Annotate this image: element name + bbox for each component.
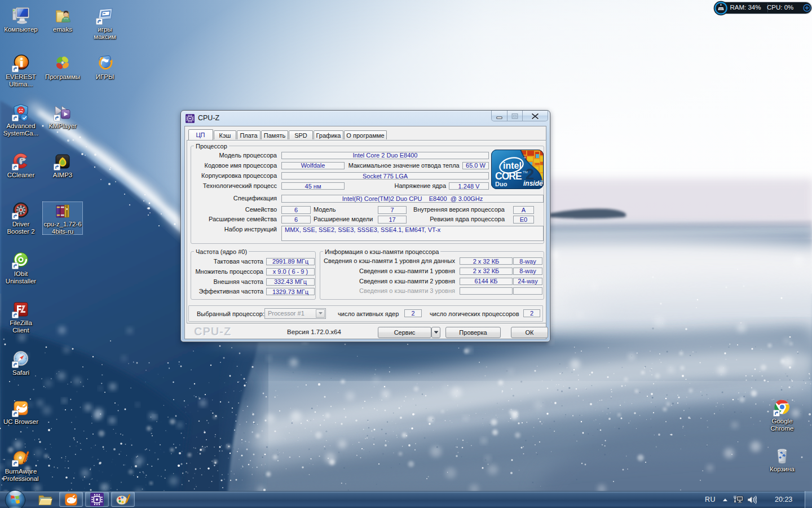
svg-text:intel: intel — [503, 161, 522, 170]
svg-text:Duo: Duo — [495, 181, 508, 187]
svg-text:TM: TM — [523, 170, 528, 174]
svg-text:CORE: CORE — [495, 170, 522, 182]
